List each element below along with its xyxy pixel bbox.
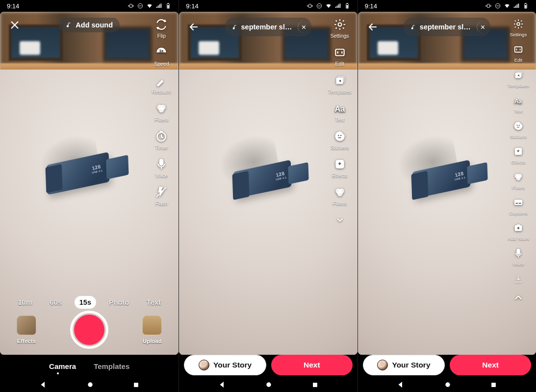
svg-rect-53 [519,203,521,204]
templates-icon [333,74,346,87]
tool-text[interactable]: Aa Text [512,94,525,114]
music-note-icon [232,24,238,30]
duration-60s[interactable]: 60s [45,296,67,309]
nav-recent-icon[interactable] [311,381,319,389]
nav-home-icon[interactable] [265,381,273,389]
chevron-down-icon [335,216,344,224]
next-button[interactable]: Next [450,355,531,375]
sound-pill[interactable]: september sl… [225,18,312,36]
timer-icon [155,130,168,143]
back-button[interactable] [184,21,204,33]
record-button[interactable] [70,311,108,349]
next-button[interactable]: Next [271,355,353,375]
screen-record: 9:14 128USB 3.1 Add sound Flip 1x S [0,0,179,392]
nav-back-icon[interactable] [396,380,405,389]
tool-filters[interactable]: Filters [154,101,169,122]
tool-filters[interactable]: Filters [512,171,525,190]
tab-templates[interactable]: Templates [94,362,129,370]
duration-text[interactable]: Text [142,296,166,309]
avatar-icon [377,360,388,370]
templates-icon [513,70,524,80]
voice-icon [513,248,524,259]
tool-addyours[interactable]: Add Yours [508,221,529,241]
svg-point-9 [159,107,164,113]
addyours-icon [513,222,524,233]
edit-icon [513,44,524,55]
close-button[interactable] [5,20,25,30]
wifi-icon [325,2,332,9]
svg-point-21 [338,23,341,26]
tool-stickers[interactable]: Stickers [510,120,527,139]
back-button[interactable] [363,21,383,33]
status-time: 9:14 [7,2,19,10]
status-bar: 9:14 [179,0,357,12]
tool-effects[interactable]: Effects [511,145,526,165]
duration-photo[interactable]: Photo [104,296,134,309]
sound-pill[interactable]: september sl… [404,18,490,36]
svg-rect-56 [517,249,520,254]
tool-effects[interactable]: Effects [332,157,348,178]
tool-voice[interactable]: Voice [154,157,168,178]
tool-stickers[interactable]: Stickers [331,129,349,150]
edit-icon [333,46,346,59]
duration-15s[interactable]: 15s [75,296,96,309]
tool-timer[interactable]: Timer [154,129,168,150]
tool-collapse[interactable] [512,291,525,304]
tool-retouch[interactable]: Retouch [152,74,171,95]
tool-edit[interactable]: Edit [333,46,347,67]
android-nav [358,377,536,392]
sound-label: Add sound [76,21,113,29]
tool-edit[interactable]: Edit [512,43,525,63]
remove-sound-button[interactable] [477,21,488,33]
flash-icon [155,186,168,198]
tool-text[interactable]: Aa Text [333,101,347,122]
android-nav [0,377,179,392]
svg-rect-58 [492,383,496,387]
tool-voice[interactable]: Voice [512,247,525,267]
nav-back-icon[interactable] [39,380,48,389]
nav-recent-icon[interactable] [490,381,497,389]
svg-text:Aa: Aa [334,104,345,113]
status-time: 9:14 [365,2,377,10]
close-icon [480,24,485,30]
add-sound-button[interactable]: Add sound [59,18,120,32]
svg-rect-51 [514,200,523,205]
android-nav [179,377,357,392]
svg-rect-38 [525,3,526,3]
vibrate-icon [128,2,134,9]
tool-settings[interactable]: Settings [331,18,349,39]
tool-captions[interactable]: Captions [509,196,528,216]
signal-icon [334,2,341,9]
svg-rect-14 [134,383,139,387]
tool-expand[interactable] [333,213,347,227]
tool-filters[interactable]: Filters [332,185,347,206]
music-note-icon [66,22,73,28]
duration-10m[interactable]: 10m [13,296,37,309]
status-icons [128,2,172,9]
speed-icon: 1x [155,46,168,59]
filters-icon [155,102,168,115]
nav-home-icon[interactable] [444,381,452,389]
svg-rect-20 [346,5,348,8]
tool-templates[interactable]: Templates [508,69,529,88]
tool-flip[interactable]: Flip [154,18,168,39]
tool-flash[interactable]: Flash [154,185,168,206]
your-story-button[interactable]: Your Story [184,355,266,375]
tab-camera[interactable]: Camera [49,362,76,370]
your-story-button[interactable]: Your Story [363,355,445,375]
tool-download[interactable] [512,272,525,285]
svg-rect-22 [335,49,344,56]
nav-recent-icon[interactable] [132,381,140,389]
nav-home-icon[interactable] [86,381,94,389]
tool-settings[interactable]: Settings [510,18,527,37]
tool-speed[interactable]: 1x Speed [154,46,169,67]
tool-templates[interactable]: Templates [328,74,352,95]
remove-sound-button[interactable] [298,21,309,33]
upload-button[interactable]: Upload [142,316,162,344]
retouch-icon [155,74,168,87]
nav-back-icon[interactable] [218,380,227,389]
dnd-icon [316,2,323,9]
effects-button[interactable]: Effects [17,316,36,344]
svg-point-31 [337,191,342,196]
text-icon: Aa [513,95,524,106]
